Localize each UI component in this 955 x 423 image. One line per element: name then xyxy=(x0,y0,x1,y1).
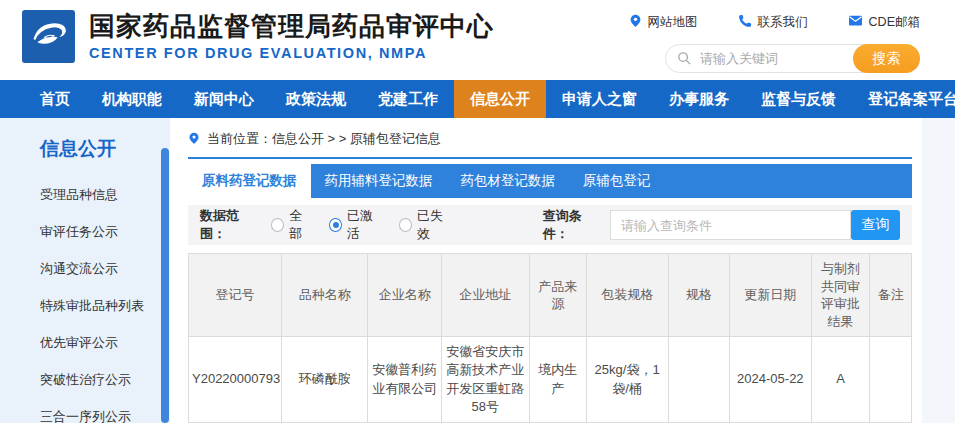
right-margin-strip xyxy=(922,118,955,423)
header-cell-product-source: 产品来源 xyxy=(529,254,586,337)
cell-company-address: 安徽省安庆市高新技术产业开发区重虹路58号 xyxy=(442,337,530,423)
radio-circle-icon xyxy=(271,218,284,232)
tab-registration[interactable]: 原辅包登记 xyxy=(569,164,665,198)
header-cell-package-spec: 包装规格 xyxy=(586,254,668,337)
sidebar-item-three-in-one[interactable]: 三合一序列公示 xyxy=(40,398,170,423)
radio-activated[interactable]: 已激活 xyxy=(329,207,383,243)
sidebar: 信息公开 受理品种信息 审评任务公示 沟通交流公示 特殊审批品种列表 优先审评公… xyxy=(0,118,170,423)
breadcrumb: 当前位置：信息公开 > > 原辅包登记信息 xyxy=(188,130,912,148)
main-panel: 当前位置：信息公开 > > 原辅包登记信息 原料药登记数据 药用辅料登记数据 药… xyxy=(170,118,922,423)
header: 国家药品监督管理局药品审评中心 CENTER FOR DRUG EVALUATI… xyxy=(0,0,955,80)
quick-link-label: 联系我们 xyxy=(758,14,808,31)
scope-label: 数据范围： xyxy=(200,207,261,243)
nav-item-party-building[interactable]: 党建工作 xyxy=(362,80,454,118)
main-nav: 首页 机构职能 新闻中心 政策法规 党建工作 信息公开 申请人之窗 办事服务 监… xyxy=(0,80,955,118)
header-cell-update-date: 更新日期 xyxy=(729,254,811,337)
breadcrumb-pin-icon xyxy=(188,131,200,148)
radio-circle-icon xyxy=(329,218,342,232)
nav-item-info-disclosure[interactable]: 信息公开 xyxy=(454,80,546,118)
cell-product-source: 境内生产 xyxy=(529,337,586,423)
table-header-row: 登记号 品种名称 企业名称 企业地址 产品来源 包装规格 规格 更新日期 与制剂… xyxy=(189,254,912,337)
cell-package-spec: 25kg/袋，1袋/桶 xyxy=(586,337,668,423)
header-cell-company-address: 企业地址 xyxy=(442,254,530,337)
query-label: 查询条件： xyxy=(543,207,604,243)
sidebar-item-priority-review[interactable]: 优先审评公示 xyxy=(40,324,170,361)
site-title: 国家药品监督管理局药品审评中心 xyxy=(89,10,494,42)
sidebar-item-review-tasks[interactable]: 审评任务公示 xyxy=(40,213,170,250)
sidebar-title: 信息公开 xyxy=(40,136,170,162)
cell-company-name: 安徽普利药业有限公司 xyxy=(368,337,442,423)
sidebar-list: 受理品种信息 审评任务公示 沟通交流公示 特殊审批品种列表 优先审评公示 突破性… xyxy=(0,176,170,423)
cde-logo[interactable] xyxy=(22,10,75,63)
query-input[interactable] xyxy=(610,210,851,240)
nav-item-applicant-window[interactable]: 申请人之窗 xyxy=(546,80,653,118)
breadcrumb-text: 当前位置：信息公开 > > 原辅包登记信息 xyxy=(207,130,441,148)
header-search: 搜索 xyxy=(665,44,920,73)
radio-label: 已失效 xyxy=(417,207,453,243)
search-button[interactable]: 搜索 xyxy=(853,44,920,73)
tab-api-data[interactable]: 原料药登记数据 xyxy=(188,164,311,198)
nav-item-news[interactable]: 新闻中心 xyxy=(178,80,270,118)
tab-excipient-data[interactable]: 药用辅料登记数据 xyxy=(311,164,447,198)
tab-bar: 原料药登记数据 药用辅料登记数据 药包材登记数据 原辅包登记 xyxy=(188,164,912,198)
cell-remarks xyxy=(870,337,912,423)
registration-data-table: 登记号 品种名称 企业名称 企业地址 产品来源 包装规格 规格 更新日期 与制剂… xyxy=(188,253,912,423)
cell-spec xyxy=(668,337,729,423)
nav-item-home[interactable]: 首页 xyxy=(24,80,86,118)
quick-link-label: CDE邮箱 xyxy=(869,14,920,31)
radio-circle-icon xyxy=(399,218,412,232)
header-cell-company-name: 企业名称 xyxy=(368,254,442,337)
section-divider xyxy=(188,157,912,159)
cell-update-date: 2024-05-22 xyxy=(729,337,811,423)
quick-link-label: 网站地图 xyxy=(648,14,698,31)
nav-item-functions[interactable]: 机构职能 xyxy=(86,80,178,118)
quick-link-contact[interactable]: 联系我们 xyxy=(738,14,808,31)
location-pin-icon xyxy=(629,13,642,31)
radio-all[interactable]: 全部 xyxy=(271,207,313,243)
radio-label: 已激活 xyxy=(347,207,383,243)
query-button[interactable]: 查询 xyxy=(851,210,900,240)
nav-item-services[interactable]: 办事服务 xyxy=(653,80,745,118)
sidebar-item-accepted-varieties[interactable]: 受理品种信息 xyxy=(40,176,170,213)
scope-radio-group: 全部 已激活 已失效 xyxy=(271,207,453,243)
quick-links: 网站地图 联系我们 CDE邮箱 xyxy=(629,13,920,31)
nav-item-supervision-feedback[interactable]: 监督与反馈 xyxy=(745,80,852,118)
mail-icon xyxy=(848,14,863,30)
header-cell-reg-number: 登记号 xyxy=(189,254,282,337)
nav-item-policies[interactable]: 政策法规 xyxy=(270,80,362,118)
sidebar-item-special-approval-list[interactable]: 特殊审批品种列表 xyxy=(40,287,170,324)
header-cell-variety-name: 品种名称 xyxy=(282,254,368,337)
cell-joint-review-result: A xyxy=(811,337,869,423)
radio-expired[interactable]: 已失效 xyxy=(399,207,453,243)
search-icon xyxy=(677,51,692,70)
site-subtitle: CENTER FOR DRUG EVALUATION, NMPA xyxy=(89,45,494,61)
sidebar-item-breakthrough-therapy[interactable]: 突破性治疗公示 xyxy=(40,361,170,398)
quick-link-sitemap[interactable]: 网站地图 xyxy=(629,13,698,31)
filter-bar: 数据范围： 全部 已激活 已失效 查询条件： 查询 xyxy=(188,205,912,245)
sidebar-scrollbar[interactable] xyxy=(161,148,169,423)
cell-reg-number: Y20220000793 xyxy=(189,337,282,423)
logo-swoosh-icon xyxy=(27,13,71,61)
radio-label: 全部 xyxy=(289,207,313,243)
nav-item-registration-platform[interactable]: 登记备案平台 xyxy=(852,80,955,118)
header-cell-joint-review-result: 与制剂共同审评审批结果 xyxy=(811,254,869,337)
table-row[interactable]: Y20220000793 环磷酰胺 安徽普利药业有限公司 安徽省安庆市高新技术产… xyxy=(189,337,912,423)
tab-packaging-data[interactable]: 药包材登记数据 xyxy=(447,164,570,198)
sidebar-item-communication[interactable]: 沟通交流公示 xyxy=(40,250,170,287)
phone-icon xyxy=(738,14,752,31)
cell-variety-name: 环磷酰胺 xyxy=(282,337,368,423)
header-cell-remarks: 备注 xyxy=(870,254,912,337)
header-cell-spec: 规格 xyxy=(668,254,729,337)
quick-link-mailbox[interactable]: CDE邮箱 xyxy=(848,14,920,31)
site-title-block: 国家药品监督管理局药品审评中心 CENTER FOR DRUG EVALUATI… xyxy=(89,10,494,61)
content-area: 信息公开 受理品种信息 审评任务公示 沟通交流公示 特殊审批品种列表 优先审评公… xyxy=(0,118,955,423)
